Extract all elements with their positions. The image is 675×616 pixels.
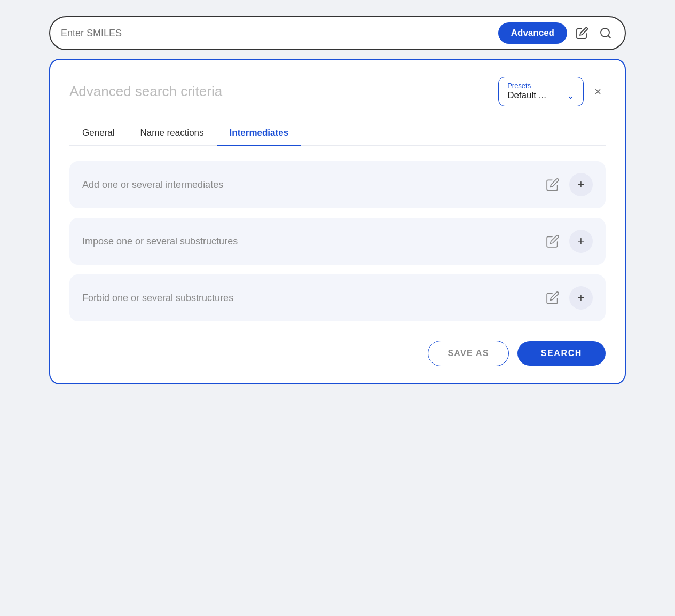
- edit-intermediates-button[interactable]: [544, 176, 562, 194]
- search-button[interactable]: [597, 25, 614, 42]
- criteria-actions: +: [544, 230, 593, 253]
- criteria-text-impose: Impose one or several substructures: [82, 236, 238, 247]
- smiles-input[interactable]: [61, 28, 492, 39]
- criteria-row-forbid: Forbid one or several substructures +: [69, 274, 606, 321]
- svg-line-1: [608, 36, 610, 38]
- tab-intermediates[interactable]: Intermediates: [217, 121, 302, 146]
- search-bar: Advanced: [49, 16, 626, 50]
- advanced-button[interactable]: Advanced: [498, 22, 567, 44]
- criteria-actions: +: [544, 173, 593, 196]
- criteria-actions: +: [544, 286, 593, 310]
- pencil-icon: [546, 234, 560, 248]
- tab-general[interactable]: General: [69, 121, 127, 146]
- criteria-text-forbid: Forbid one or several substructures: [82, 293, 233, 304]
- panel-footer: SAVE AS SEARCH: [69, 341, 606, 366]
- save-as-button[interactable]: SAVE AS: [428, 341, 508, 366]
- criteria-list: Add one or several intermediates + Impos…: [69, 161, 606, 321]
- add-forbid-button[interactable]: +: [569, 286, 593, 310]
- presets-label: Presets: [507, 82, 575, 90]
- presets-value: Default ...: [507, 90, 546, 101]
- pencil-icon: [546, 291, 560, 305]
- edit-impose-button[interactable]: [544, 232, 562, 250]
- advanced-panel: Advanced search criteria Presets Default…: [49, 59, 626, 384]
- pencil-icon: [546, 178, 560, 192]
- panel-header: Advanced search criteria Presets Default…: [69, 77, 606, 106]
- presets-value-row: Default ... ⌄: [507, 90, 575, 101]
- tab-name-reactions[interactable]: Name reactions: [127, 121, 216, 146]
- tabs-container: General Name reactions Intermediates: [69, 121, 606, 146]
- criteria-row-impose: Impose one or several substructures +: [69, 218, 606, 265]
- search-execute-button[interactable]: SEARCH: [517, 341, 606, 366]
- edit-button[interactable]: [574, 25, 591, 42]
- criteria-row-intermediates: Add one or several intermediates +: [69, 161, 606, 208]
- close-button[interactable]: ×: [590, 84, 606, 100]
- pencil-icon: [576, 27, 588, 40]
- criteria-text-intermediates: Add one or several intermediates: [82, 179, 223, 191]
- add-impose-button[interactable]: +: [569, 230, 593, 253]
- edit-forbid-button[interactable]: [544, 289, 562, 307]
- chevron-down-icon: ⌄: [567, 90, 575, 101]
- search-icon: [599, 27, 612, 40]
- add-intermediates-button[interactable]: +: [569, 173, 593, 196]
- panel-title: Advanced search criteria: [69, 83, 222, 100]
- presets-dropdown[interactable]: Presets Default ... ⌄: [498, 77, 584, 106]
- presets-area: Presets Default ... ⌄ ×: [498, 77, 606, 106]
- app-container: Advanced Advanced search criteria Preset…: [49, 16, 626, 384]
